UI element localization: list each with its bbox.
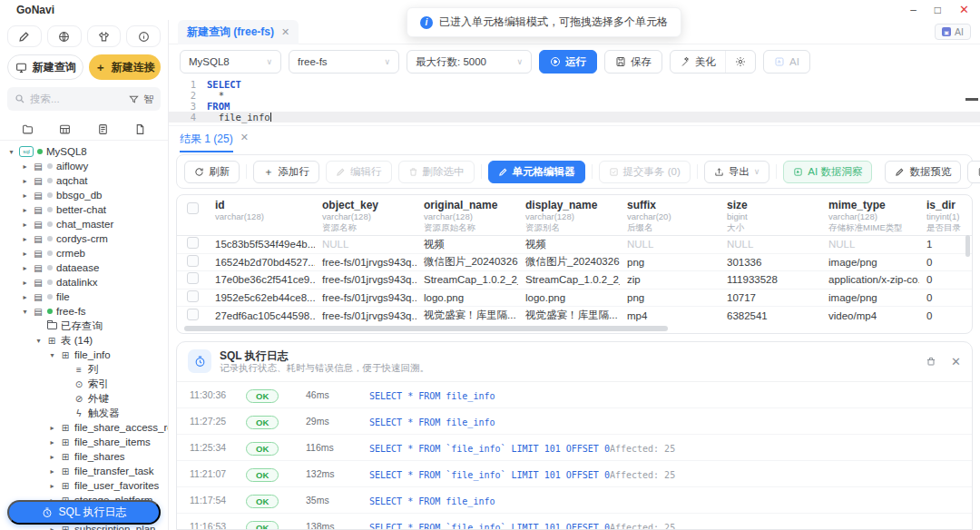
language-button[interactable] bbox=[47, 25, 82, 47]
tree-item-file_transfer_task[interactable]: ▸⊞file_transfer_task bbox=[0, 464, 168, 478]
tree-item-索引[interactable]: ⊙索引 bbox=[0, 377, 168, 391]
cell[interactable]: image/png bbox=[821, 257, 919, 268]
row-checkbox[interactable] bbox=[177, 237, 208, 251]
cell[interactable]: 1952e5c62eb44ce8... bbox=[208, 292, 315, 303]
chevron-right-icon[interactable]: ▸ bbox=[21, 177, 29, 185]
cell[interactable]: application/x-zip-co... bbox=[821, 274, 919, 285]
table-view-icon[interactable] bbox=[59, 123, 71, 135]
chevron-right-icon[interactable]: ▸ bbox=[21, 162, 29, 171]
tree-item-cordys-crm[interactable]: ▸▤cordys-crm bbox=[0, 231, 168, 246]
cell[interactable]: 10717 bbox=[720, 292, 821, 303]
chevron-right-icon[interactable]: ▸ bbox=[48, 453, 56, 461]
run-button[interactable]: 运行 bbox=[539, 50, 597, 74]
close-button[interactable]: ✕ bbox=[959, 0, 969, 20]
cell[interactable]: NULL bbox=[821, 239, 919, 250]
tree-item-datalinkx[interactable]: ▸▤datalinkx bbox=[0, 275, 168, 290]
chevron-right-icon[interactable]: ▸ bbox=[21, 191, 29, 200]
cell[interactable]: png bbox=[620, 257, 720, 268]
tree-item-file[interactable]: ▸▤file bbox=[0, 290, 168, 304]
cell[interactable]: free-fs/01jrvgs943q... bbox=[315, 292, 416, 303]
cell[interactable]: free-fs/01jrvgs943q... bbox=[315, 310, 416, 321]
cell[interactable]: logo.png bbox=[518, 292, 620, 303]
table-row[interactable]: 1952e5c62eb44ce8...free-fs/01jrvgs943q..… bbox=[177, 290, 972, 308]
chevron-down-icon[interactable]: ▾ bbox=[34, 337, 43, 345]
cell[interactable]: 15c83b5f534f49e4b... bbox=[208, 239, 315, 250]
new-query-button[interactable]: 新建查询 bbox=[7, 54, 83, 80]
max-rows-select[interactable]: 最大行数: 5000 ∨ bbox=[407, 50, 532, 74]
tree-item-dataease[interactable]: ▸▤dataease bbox=[0, 260, 168, 275]
column-header-suffix[interactable]: suffixvarchar(20)后缀名 bbox=[620, 195, 720, 235]
cell[interactable]: 111933528 bbox=[720, 274, 821, 285]
edit-connection-button[interactable] bbox=[7, 25, 42, 47]
cell[interactable]: 0 bbox=[919, 274, 973, 285]
cell[interactable]: NULL bbox=[315, 239, 416, 250]
cell[interactable]: free-fs/01jrvgs943q... bbox=[315, 274, 416, 285]
sql-log-button[interactable]: SQL 执行日志 bbox=[7, 500, 161, 525]
cell[interactable]: 视觉盛宴！库里隔... bbox=[416, 309, 518, 322]
chevron-down-icon[interactable]: ▾ bbox=[48, 351, 56, 359]
chevron-right-icon[interactable]: ▸ bbox=[48, 525, 56, 530]
tree-item-free-fs[interactable]: ▾▤free-fs bbox=[0, 304, 168, 319]
log-entry[interactable]: 11:17:54OK35msSELECT * FROM file_info bbox=[177, 487, 972, 514]
cell[interactable]: 16524b2d70bd4527... bbox=[208, 257, 315, 268]
tree-item-file_share_items[interactable]: ▸⊞file_share_items bbox=[0, 435, 168, 449]
chevron-right-icon[interactable]: ▸ bbox=[48, 482, 56, 490]
chevron-down-icon[interactable]: ▾ bbox=[21, 308, 29, 316]
cell[interactable]: mp4 bbox=[620, 310, 720, 321]
tree-item-better-chat[interactable]: ▸▤better-chat bbox=[0, 202, 168, 217]
chevron-right-icon[interactable]: ▸ bbox=[48, 467, 56, 476]
maximize-button[interactable]: □ bbox=[935, 0, 941, 20]
cell[interactable]: 视觉盛宴！库里隔... bbox=[518, 309, 620, 322]
commit-button[interactable]: 提交事务 (0) bbox=[599, 161, 691, 183]
tree-item-aiflowy[interactable]: ▸▤aiflowy bbox=[0, 159, 168, 173]
tree-item-触发器[interactable]: ϟ触发器 bbox=[0, 406, 168, 420]
tree-item-file_user_favorites[interactable]: ▸⊞file_user_favorites bbox=[0, 478, 168, 493]
results-tab[interactable]: 结果 1 (25) bbox=[180, 132, 233, 152]
tree-item-列[interactable]: ≡列 bbox=[0, 362, 168, 377]
save-button[interactable]: 保存 bbox=[604, 50, 662, 74]
format-settings-button[interactable] bbox=[725, 51, 755, 73]
cell-editor-button[interactable]: 单元格编辑器 bbox=[488, 161, 585, 183]
vertical-scrollbar[interactable] bbox=[965, 235, 970, 257]
filter-icon[interactable] bbox=[129, 94, 139, 104]
chevron-down-icon[interactable]: ▾ bbox=[7, 148, 15, 156]
delete-selected-button[interactable]: 删除选中 bbox=[398, 161, 475, 183]
checkbox-icon[interactable] bbox=[187, 272, 199, 284]
cell[interactable]: 6382541 bbox=[720, 310, 821, 321]
data-preview-button[interactable]: 数据预览 bbox=[885, 161, 961, 183]
cell[interactable]: logo.png bbox=[416, 292, 518, 303]
clear-log-icon[interactable] bbox=[926, 356, 936, 367]
editor-line[interactable]: 2 * bbox=[169, 90, 980, 101]
row-checkbox[interactable] bbox=[177, 309, 208, 323]
select-all-checkbox[interactable] bbox=[177, 195, 208, 235]
results-tab-close-icon[interactable]: ✕ bbox=[240, 132, 249, 143]
cell[interactable]: zip bbox=[620, 274, 720, 285]
sql-editor[interactable]: 1SELECT2 *3FROM4 file_info bbox=[169, 78, 980, 125]
refresh-button[interactable]: 刷新 bbox=[184, 161, 240, 183]
connection-select[interactable]: MySQL8 ∨ bbox=[180, 50, 281, 74]
scrollbar-thumb[interactable] bbox=[184, 326, 668, 331]
chevron-right-icon[interactable]: ▸ bbox=[48, 438, 56, 447]
tree-item-aqchat[interactable]: ▸▤aqchat bbox=[0, 173, 168, 188]
chevron-right-icon[interactable]: ▸ bbox=[21, 235, 29, 243]
chevron-right-icon[interactable]: ▸ bbox=[21, 221, 29, 229]
smart-filter-toggle[interactable]: 智 bbox=[143, 93, 153, 106]
ai-insight-button[interactable]: AI 数据洞察 bbox=[783, 161, 872, 183]
tree-item-MySQL8[interactable]: ▾sqlMySQL8 bbox=[0, 144, 168, 159]
ai-panel-button[interactable]: ▣ AI bbox=[935, 24, 971, 40]
add-row-button[interactable]: ＋ 添加行 bbox=[253, 161, 319, 183]
list-view-icon[interactable] bbox=[97, 123, 109, 135]
chevron-right-icon[interactable]: ▸ bbox=[21, 264, 29, 272]
cell[interactable]: 17e0be36c2f541ce9... bbox=[208, 274, 315, 285]
tree-item-chat_master[interactable]: ▸▤chat_master bbox=[0, 217, 168, 231]
cell[interactable]: png bbox=[620, 292, 720, 303]
cell[interactable]: image/png bbox=[821, 292, 919, 303]
table-row[interactable]: 15c83b5f534f49e4b...NULL视频视频NULLNULLNULL… bbox=[177, 236, 972, 254]
tree-item-file_shares[interactable]: ▸⊞file_shares bbox=[0, 449, 168, 464]
chevron-right-icon[interactable]: ▸ bbox=[21, 279, 29, 287]
search-input[interactable] bbox=[30, 93, 124, 104]
table-row[interactable]: 27edf6ac105c44598...free-fs/01jrvgs943q.… bbox=[177, 307, 972, 325]
column-header-is_dir[interactable]: is_dirtinyint(1)是否目录 bbox=[919, 195, 973, 235]
checkbox-icon[interactable] bbox=[187, 255, 199, 267]
edit-row-button[interactable]: 编辑行 bbox=[326, 161, 392, 183]
